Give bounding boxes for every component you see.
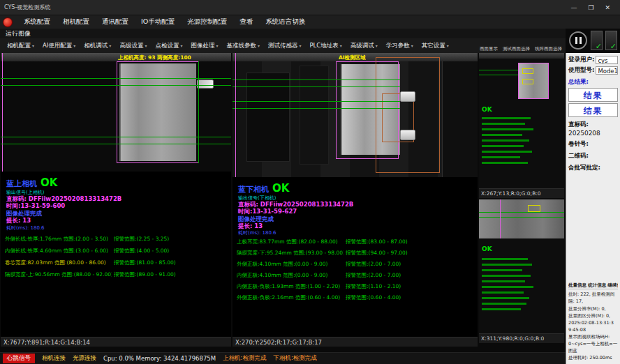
- measure-line: [479, 212, 564, 213]
- window-controls: — ❐ ✕: [570, 4, 616, 11]
- lower-camera-panel: AI检测区域 蓝下相机OK 输出信号(下相机) 直标码: DFFiiw20250…: [232, 53, 478, 347]
- measurement-row: 内侧正极-负极:1.93mm 范围:(1.00 - 2.20) 报警范围:(1.…: [232, 283, 478, 291]
- statistics-line: 显示图视联检场码H:: [568, 333, 618, 340]
- measurement-value: 内侧正极:4.10mm 范围:(0.00 - 9.00): [237, 272, 344, 279]
- pause-button[interactable]: [569, 31, 587, 50]
- camera-link-status: 相机连接: [42, 354, 66, 363]
- result-status: OK: [40, 176, 57, 189]
- tb-ai-config[interactable]: AI使用配置: [38, 40, 80, 52]
- lower-camera-thumb-button[interactable]: ✓: [605, 31, 617, 50]
- measurement-warn: 报警范围:(0.60 - 4.00): [346, 294, 401, 301]
- camera-result-name: 蓝上相机: [6, 179, 37, 188]
- pixel-coordinate-bar: X:270;Y:2502;R:17;G:17;B:17: [232, 337, 478, 347]
- menu-system-config[interactable]: 系统配置: [17, 16, 57, 28]
- result-status: OK: [482, 245, 492, 252]
- menubar: 系统配置 相机配置 通讯配置 IO手动配置 光源控制配置 查看 系统语言切换: [0, 15, 620, 29]
- tab-row: 运行图像: [0, 29, 566, 38]
- measurement-value: 外侧正极:4.10mm 范围:(0.00 - 9.00): [237, 261, 344, 268]
- model-row: 使用型号: Mode11: [568, 66, 618, 75]
- preview-tab-display[interactable]: 画面显示: [480, 46, 498, 52]
- result-status: OK: [272, 182, 289, 195]
- model-select[interactable]: Mode11: [596, 66, 618, 75]
- measurement-row: 内侧正极:4.10mm 范围:(0.00 - 9.00) 报警范围:(2.00 …: [232, 272, 478, 280]
- tb-learn-params[interactable]: 学习参数: [382, 40, 418, 52]
- measurement-value: 外侧长线:铁厚:1.76mm 范围:(2.00 - 3.50): [5, 236, 112, 243]
- workpiece: [479, 199, 564, 238]
- measurement-row: 卷芯宽度:82.03mm 范围:(80.00 - 86.00) 报警范围:(81…: [1, 259, 231, 268]
- guide-line: [2, 53, 3, 172]
- menu-language-switch[interactable]: 系统语言切换: [259, 16, 311, 28]
- measurement-warn: 报警范围:(1.10 - 2.10): [346, 283, 401, 290]
- titlebar: CYS-视觉检测系统 — ❐ ✕: [0, 0, 620, 15]
- measure-line: [232, 79, 400, 80]
- tb-test-sensor[interactable]: 测试传感器: [264, 40, 306, 52]
- tab-run-image[interactable]: 运行图像: [6, 29, 31, 38]
- measurement-warn: 报警范围:(89.00 - 91.00): [114, 271, 176, 278]
- measurement-value: 隔膜宽度-下:95.24mm 范围:(93.00 - 98.00): [237, 250, 344, 257]
- preview-tab-line-select[interactable]: 线阵画面选择: [535, 46, 562, 52]
- image-top-band: [479, 53, 564, 59]
- measure-line: [479, 70, 518, 70]
- maximize-icon[interactable]: ❐: [588, 4, 593, 11]
- menu-light-control-config[interactable]: 光源控制配置: [181, 16, 233, 28]
- ai-region-overlay-text: AI检测区域: [339, 54, 366, 61]
- menu-camera-config[interactable]: 相机配置: [57, 16, 96, 28]
- guide-line: [235, 53, 236, 177]
- measurement-row: 外侧正极-负极:2.16mm 范围:(0.60 - 4.00) 报警范围:(0.…: [232, 294, 478, 303]
- upper-camera-image[interactable]: 上相机高度: 93 两侧高度:100: [1, 53, 231, 172]
- preview-panel-1: OK X:267;Y:13;R:0;G:0;B:0: [479, 53, 564, 198]
- window-title: CYS-视觉检测系统: [4, 3, 50, 11]
- barcode-value: 20250208: [568, 130, 618, 137]
- measurement-warn: 报警范围:(2.00 - 7.00): [346, 261, 401, 268]
- menu-comm-config[interactable]: 通讯配置: [96, 16, 135, 28]
- result-status: OK: [482, 106, 492, 113]
- tb-baseline-params[interactable]: 基准线参数: [222, 40, 264, 52]
- tb-camera-debug[interactable]: 相机调试: [80, 40, 115, 52]
- tb-spot-check-settings[interactable]: 点检设置: [151, 40, 186, 52]
- barcode-label: 直标码:: [568, 121, 618, 129]
- preview-image-1[interactable]: OK: [479, 53, 564, 188]
- result-row: 蓝上相机OK: [6, 176, 57, 189]
- statistics-line: 处理耗时: 250.00ms: [568, 354, 618, 361]
- measurement-warn: 报警范围:(94.00 - 97.00): [346, 250, 408, 257]
- upper-camera-thumb-button[interactable]: ✓: [591, 31, 603, 50]
- menu-io-manual-config[interactable]: IO手动配置: [135, 16, 181, 28]
- measure-line: [1, 78, 231, 79]
- preview-panel-2: OK X:311;Y:980;R:0;G:0;B:0: [479, 199, 564, 343]
- measure-line: [232, 101, 400, 102]
- measure-line: [479, 75, 518, 75]
- tb-image-processing[interactable]: 图像处理: [186, 40, 222, 52]
- measurement-row: 外侧正极:4.10mm 范围:(0.00 - 9.00) 报警范围:(2.00 …: [232, 261, 478, 269]
- guide-line: [500, 199, 501, 238]
- tb-advanced-debug[interactable]: 高级调试: [346, 40, 382, 52]
- preview-tab-test-select[interactable]: 测试画面选择: [503, 46, 530, 52]
- cpu-memory-status: Cpu: 0.0% Memory: 3424.41796875M: [103, 355, 216, 362]
- bright-feature: [400, 130, 415, 140]
- lower-camera-image[interactable]: AI检测区域: [232, 53, 478, 177]
- elapsed-text: 耗时(ms): 180.6: [6, 225, 45, 232]
- measure-line: [1, 137, 231, 137]
- minimize-icon[interactable]: —: [570, 4, 577, 11]
- upper-camera-panel: 上相机高度: 93 两侧高度:100 蓝上相机OK 输出信号(上相机) 直标码:…: [1, 53, 231, 347]
- measurement-warn: 报警范围:(83.00 - 87.00): [346, 238, 408, 245]
- info-side-panel: 登录用户: cys 使用型号: Mode11 总结果: 结果 结果 直标码: 2…: [566, 53, 620, 364]
- close-icon[interactable]: ✕: [605, 4, 610, 11]
- measurement-row: 外侧长线:铁厚:1.76mm 范围:(2.00 - 3.50) 报警范围:(2.…: [1, 236, 231, 244]
- measure-line: [1, 144, 231, 144]
- tb-other-settings[interactable]: 其它设置: [418, 40, 453, 52]
- bright-feature: [400, 91, 415, 102]
- roi-rect-yellow: [522, 79, 533, 84]
- tb-camera-config[interactable]: 相机配置: [3, 40, 38, 52]
- total-result-box-2: 结果: [568, 103, 618, 117]
- measurement-value: 隔膜宽度-上:90.56mm 范围:(88.00 - 92.00): [5, 271, 112, 278]
- login-user-value[interactable]: cys: [596, 56, 618, 64]
- statistics-line: 批时: 222, 批量检测间隔: 17,: [568, 291, 618, 305]
- statistics-header[interactable]: 批量信息 统计信息 继续信息: [568, 282, 618, 289]
- preview-image-2[interactable]: OK: [479, 199, 564, 333]
- tb-advanced-settings[interactable]: 高级设置: [115, 40, 151, 52]
- menu-view[interactable]: 查看: [233, 16, 259, 28]
- total-result-box-1: 结果: [568, 88, 618, 102]
- measure-line: [479, 217, 564, 218]
- tb-plc-address-table[interactable]: PLC地址表: [305, 40, 346, 52]
- heartbeat-indicator[interactable]: 心跳信号: [3, 354, 35, 363]
